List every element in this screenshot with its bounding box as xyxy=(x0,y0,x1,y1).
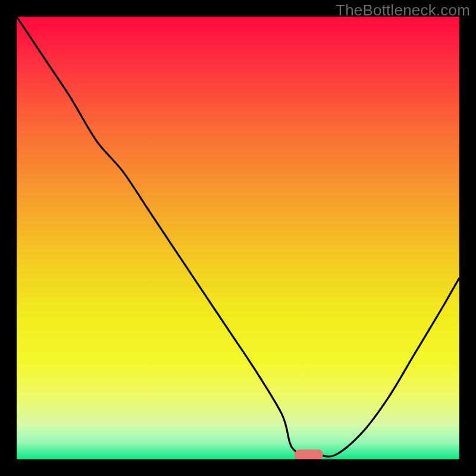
watermark-label: TheBottleneck.com xyxy=(336,1,470,20)
chart-stage: TheBottleneck.com xyxy=(0,0,476,476)
optimum-marker xyxy=(295,450,323,459)
plot-svg xyxy=(17,17,459,459)
plot-frame xyxy=(17,17,459,459)
gradient-rect xyxy=(17,17,459,459)
